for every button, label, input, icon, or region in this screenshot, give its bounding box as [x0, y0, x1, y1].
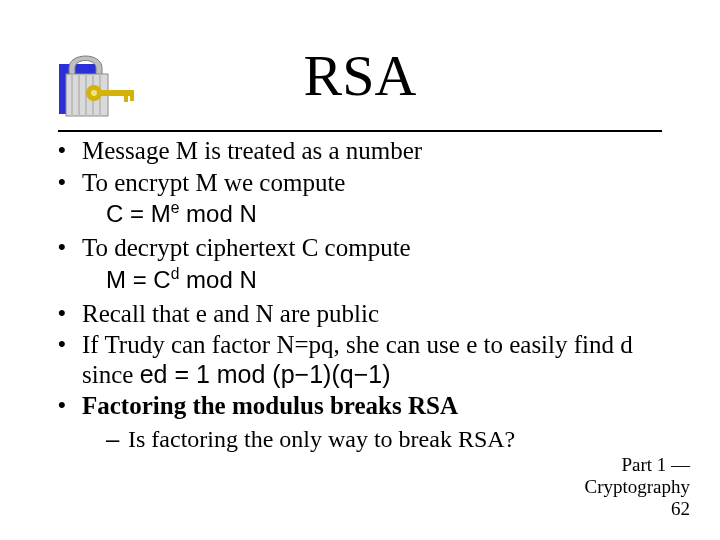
- formula-encrypt: C = Me mod N: [106, 199, 680, 229]
- formula-decrypt: M = Cd mod N: [106, 265, 680, 295]
- bullet-text: Message M is treated as a number: [82, 136, 680, 166]
- bullet-item: • If Trudy can factor N=pq, she can use …: [58, 330, 680, 389]
- bullet-item: • Recall that e and N are public: [58, 299, 680, 329]
- bullet-text: Factoring the modulus breaks RSA: [82, 391, 680, 421]
- slide: RSA • Message M is treated as a number •…: [0, 0, 720, 540]
- bullet-marker-icon: •: [58, 330, 82, 359]
- title-underline: [58, 130, 662, 132]
- slide-title: RSA: [0, 42, 720, 109]
- bullet-marker-icon: •: [58, 233, 82, 262]
- bullet-item: • To decrypt ciphertext C compute: [58, 233, 680, 263]
- bullet-item: • Factoring the modulus breaks RSA: [58, 391, 680, 421]
- bullet-text: To decrypt ciphertext C compute: [82, 233, 680, 263]
- bullet-item: • Message M is treated as a number: [58, 136, 680, 166]
- footer-page-number: 62: [671, 498, 690, 519]
- footer-part: Part 1 —: [621, 454, 690, 475]
- bullet-marker-icon: •: [58, 299, 82, 328]
- bullet-text: Recall that e and N are public: [82, 299, 680, 329]
- bullet-item: • To encrypt M we compute: [58, 168, 680, 198]
- sub-bullet-text: Is factoring the only way to break RSA?: [128, 425, 515, 453]
- dash-marker-icon: –: [106, 425, 128, 453]
- sub-bullet-item: – Is factoring the only way to break RSA…: [106, 425, 680, 453]
- bullet-text: To encrypt M we compute: [82, 168, 680, 198]
- bullet-text: If Trudy can factor N=pq, she can use e …: [82, 330, 680, 389]
- footer-topic: Cryptography: [584, 476, 690, 497]
- bullet-marker-icon: •: [58, 136, 82, 165]
- bullet-marker-icon: •: [58, 391, 82, 420]
- bullet-marker-icon: •: [58, 168, 82, 197]
- slide-footer: Part 1 — Cryptography 62: [584, 454, 690, 520]
- slide-body: • Message M is treated as a number • To …: [58, 134, 680, 453]
